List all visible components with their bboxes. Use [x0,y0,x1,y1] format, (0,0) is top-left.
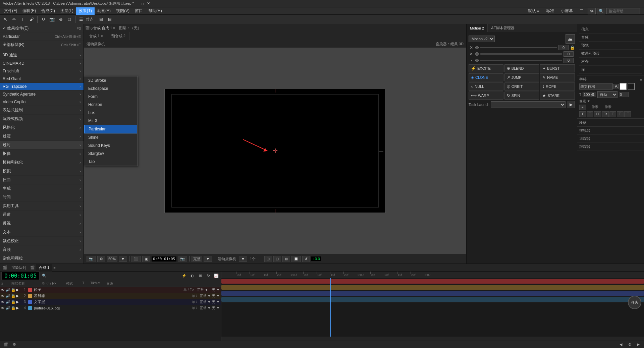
menu-animation[interactable]: 动画(A) [95,7,113,15]
slider-z-knob[interactable] [475,59,479,62]
pixel-aspect-btn[interactable]: ▣ [142,256,150,262]
effect-distort[interactable]: 扭曲› [0,176,84,184]
search-icon[interactable]: 🔍 [597,8,605,14]
tool-null[interactable]: ⊕ [57,15,65,23]
layer-2-collapse[interactable]: ▶ [16,294,21,298]
effect-simulation[interactable]: 模拟› [0,167,84,176]
snapshot-btn[interactable]: 📷 [87,256,96,262]
jump-button[interactable]: ↗ JUMP [504,73,539,81]
layer-2-lock[interactable]: 🔒 [11,294,16,298]
layer-3-solo[interactable]: 🔊 [5,300,11,304]
motion2-tab[interactable]: Motion 2 [467,24,488,32]
warp-button[interactable]: ⟺ WARP [469,92,503,100]
ae-script-tab[interactable]: AE脚本管理器 [488,24,518,32]
tool-pen[interactable]: ✏ [10,15,18,23]
bold-T-btn[interactable]: T [579,111,586,117]
slider-y-knob[interactable] [475,52,479,56]
remove-all-effect[interactable]: 全部移除(R) Ctrl+Shift+E [0,41,84,49]
motion-version-select[interactable]: Motion v2 [469,36,495,42]
timeline-scrollbar[interactable] [221,337,644,341]
submenu-form[interactable]: Form [84,93,137,101]
nav-left-btn[interactable]: ◀ [618,342,624,348]
T-sub-btn[interactable]: T. [617,111,624,117]
menu-help[interactable]: 帮助(H) [146,7,165,15]
motion-blur-btn[interactable]: ◐ [189,273,196,279]
view-safe-btn[interactable]: ⊟ [273,256,281,262]
info-item-align[interactable]: 对齐 [579,58,642,66]
submenu-sound-keys[interactable]: Sound Keys [84,141,137,150]
menu-view[interactable]: 视图(V) [113,7,132,15]
info-item-audio[interactable]: 音频 [579,34,642,42]
blend-button[interactable]: ⊕ BLEND [504,64,539,72]
comp1-tab-menu[interactable]: ≡ [52,266,57,270]
submenu-horizon[interactable]: Horizon [84,101,137,109]
effect-audio[interactable]: 音频› [0,245,84,254]
slider-z-bar[interactable] [480,60,562,61]
effects-toggle[interactable]: ✓ 效果控件(E) F3 [0,24,84,33]
T-super-btn[interactable]: .T [624,111,631,117]
T-caps-btn[interactable]: T [609,111,616,117]
motion-bounce-btn[interactable]: 弹头 [628,296,641,309]
effect-keying[interactable]: 抠像› [0,150,84,158]
view-refresh-btn[interactable]: ↺ [302,256,310,262]
effect-cinema4d[interactable]: CINEMA 4D› [0,60,84,67]
menu-effects[interactable]: 效果(T) [76,7,95,15]
menu-edit[interactable]: 编辑(E) [20,7,39,15]
name-button[interactable]: ✎ NAME [540,73,575,81]
info-item-shake[interactable]: 摆镜器 [577,127,644,135]
nav-right-btn[interactable]: ▶ [635,342,641,348]
font-style-btn[interactable]: A [613,84,619,89]
effect-mask[interactable]: 遮罩› [0,263,84,264]
menu-composition[interactable]: 合成(C) [39,7,58,15]
menu-layer[interactable]: 图层(L) [58,7,76,15]
effect-time[interactable]: 时间› [0,193,84,202]
effect-generate[interactable]: 生成› [0,184,84,193]
quality-dropdown[interactable]: ▼ [204,256,212,262]
track-area[interactable]: 弹头 [221,278,644,337]
character-expand[interactable]: ≡ [640,77,642,81]
graph-editor-btn[interactable]: 📈 [213,273,220,279]
status-settings-icon[interactable]: ⚙ [11,342,17,348]
maximize-button[interactable]: □ [140,1,145,6]
tool-paint[interactable]: 🖌 [28,15,36,23]
null-button[interactable]: ○ NULL [469,82,503,91]
effect-blur-sharpen[interactable]: 模糊和锐化› [0,158,84,167]
info-item-effects[interactable]: 效果和预设 [579,50,642,58]
effect-immersive[interactable]: 沉浸式视频› [0,115,84,123]
tool-text[interactable]: T [19,15,27,23]
submenu-echospace[interactable]: Echospace [84,84,137,93]
info-item-preview[interactable]: 预览 [579,42,642,50]
slider-x-bar[interactable] [480,47,557,48]
spin-button[interactable]: ↻ SPIN [504,92,539,100]
effect-color-correct[interactable]: 颜色校正› [0,237,84,245]
search-layers-btn[interactable]: 🔍 [41,273,48,279]
slider-y-bar[interactable] [480,53,562,55]
search-input[interactable] [606,8,640,14]
color-swatch-stroke[interactable] [628,83,635,90]
viewer-settings-btn[interactable]: ⚙ [97,256,105,262]
minimize-button[interactable]: ─ [134,1,139,6]
layer-3-lock[interactable]: 🔒 [11,300,16,304]
tool-rotate[interactable]: ↻ [39,15,47,23]
effect-stylize[interactable]: 风格化› [0,123,84,132]
layer-1-solo[interactable]: 🔊 [5,288,11,292]
submenu-lux[interactable]: Lux [84,109,137,117]
slider-z-value[interactable] [564,58,574,63]
layer-2-solo[interactable]: 🔊 [5,294,11,298]
standard-workspace[interactable]: 标准 [543,7,557,15]
effect-rg-trapcode[interactable]: RG Trapcode› [0,83,84,91]
particular-effect[interactable]: Particular Ctrl+Alt+Shift+E [0,33,84,41]
layer-3-collapse[interactable]: ▶ [16,300,21,304]
layer-4-lock[interactable]: 🔒 [11,306,16,310]
effect-3d-channel[interactable]: 3D 通道› [0,51,84,60]
align-icon[interactable]: ☰ [77,15,85,23]
submenu-tao[interactable]: Tao [84,158,137,166]
layer-1-collapse[interactable]: ▶ [16,288,21,292]
effect-int[interactable]: 过时› [0,141,84,150]
layer-1-lock[interactable]: 🔒 [11,288,16,292]
playhead[interactable] [330,278,331,337]
submenu-particular[interactable]: Particular [84,125,137,133]
layer-4-vis[interactable]: 👁 [0,306,5,310]
effect-channel[interactable]: 通道› [0,211,84,219]
render-queue-tab[interactable]: 渲染队列 [9,264,29,272]
